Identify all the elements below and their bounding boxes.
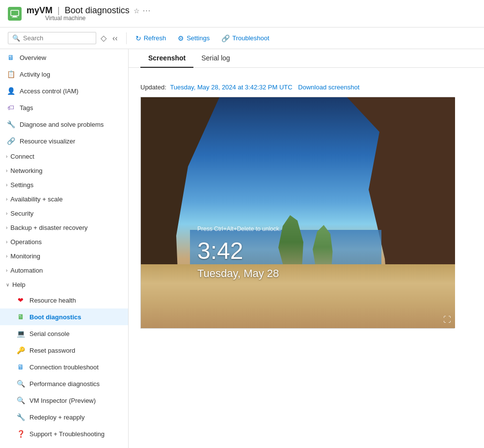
sidebar-item-diagnose[interactable]: 🔧 Diagnose and solve problems	[0, 116, 128, 133]
serial-console-icon: 💻	[16, 329, 26, 338]
lock-screen-date: Tuesday, May 28	[197, 267, 279, 280]
monitoring-chevron: ›	[6, 253, 7, 259]
automation-chevron: ›	[6, 268, 7, 273]
sidebar-item-help[interactable]: ∨ Help	[0, 278, 128, 292]
sidebar-label-operations: Operations	[10, 238, 42, 246]
sidebar-label-resource-viz: Resource visualizer	[20, 138, 75, 145]
troubleshoot-icon: 🔗	[221, 34, 230, 42]
connection-troubleshoot-icon: 🖥	[16, 362, 26, 372]
availability-chevron: ›	[6, 196, 7, 202]
diagnose-icon: 🔧	[6, 119, 16, 129]
sidebar-item-access-control[interactable]: 👤 Access control (IAM)	[0, 83, 128, 99]
download-screenshot-link[interactable]: Download screenshot	[298, 84, 359, 91]
sidebar-item-connection-troubleshoot[interactable]: 🖥 Connection troubleshoot	[0, 359, 128, 375]
sidebar-label-backup: Backup + disaster recovery	[10, 224, 87, 231]
sidebar-item-reset-password[interactable]: 🔑 Reset password	[0, 342, 128, 359]
sidebar-label-help: Help	[12, 281, 26, 288]
sidebar-label-availability: Availability + scale	[10, 196, 62, 203]
sidebar-item-resource-health[interactable]: ❤ Resource health	[0, 292, 128, 308]
sidebar-item-networking[interactable]: › Networking	[0, 164, 128, 178]
boot-screenshot-image: Press Ctrl+Alt+Delete to unlock. 3:42 Tu…	[141, 97, 455, 328]
beach	[141, 264, 455, 328]
sidebar-item-backup[interactable]: › Backup + disaster recovery	[0, 221, 128, 235]
sidebar-item-tags[interactable]: 🏷 Tags	[0, 99, 128, 116]
content-area: Screenshot Serial log Updated: Tuesday, …	[129, 49, 484, 448]
redeploy-icon: 🔧	[16, 412, 26, 422]
sidebar-item-serial-console[interactable]: 💻 Serial console	[0, 325, 128, 342]
diamond-nav[interactable]: ◇	[98, 32, 109, 44]
resource-viz-icon: 🔗	[6, 136, 16, 146]
sidebar-item-activity-log[interactable]: 📋 Activity log	[0, 66, 128, 83]
search-box[interactable]: 🔍	[8, 32, 96, 44]
connect-chevron: ›	[6, 154, 7, 159]
screenshot-info: Updated: Tuesday, May 28, 2024 at 3:42:3…	[140, 84, 472, 91]
tags-icon: 🏷	[6, 103, 16, 112]
networking-chevron: ›	[6, 168, 7, 173]
header-title-group: myVM | Boot diagnostics ☆ ··· Virtual ma…	[27, 5, 151, 22]
sidebar-label-boot-diagnostics: Boot diagnostics	[29, 313, 81, 321]
refresh-icon: ↻	[135, 34, 141, 42]
support-icon: ❓	[16, 429, 26, 439]
sidebar-label-diagnose: Diagnose and solve problems	[20, 121, 104, 128]
header-separator: |	[57, 5, 60, 16]
tab-serial-log[interactable]: Serial log	[193, 49, 238, 68]
operations-chevron: ›	[6, 239, 7, 245]
sidebar-label-automation: Automation	[10, 267, 43, 274]
performance-diagnostics-icon: 🔍	[16, 379, 26, 389]
lock-screen-time: 3:42	[197, 237, 243, 264]
fullscreen-icon: ⛶	[443, 315, 451, 324]
access-control-icon: 👤	[6, 86, 16, 96]
favorite-star[interactable]: ☆	[134, 7, 140, 15]
settings-label: Settings	[187, 34, 210, 42]
header: myVM | Boot diagnostics ☆ ··· Virtual ma…	[0, 0, 484, 28]
sidebar-item-vm-inspector[interactable]: 🔍 VM Inspector (Preview)	[0, 392, 128, 409]
resource-health-icon: ❤	[16, 295, 26, 305]
sidebar-item-automation[interactable]: › Automation	[0, 263, 128, 278]
troubleshoot-label: Troubleshoot	[232, 34, 269, 42]
sidebar-label-overview: Overview	[20, 54, 46, 61]
resource-type: Virtual machine	[45, 15, 151, 22]
sidebar-item-overview[interactable]: 🖥 Overview	[0, 49, 128, 66]
updated-date: Tuesday, May 28, 2024 at 3:42:32 PM UTC	[170, 84, 292, 91]
refresh-button[interactable]: ↻ Refresh	[131, 32, 171, 44]
sidebar-item-resource-viz[interactable]: 🔗 Resource visualizer	[0, 133, 128, 149]
sidebar-label-connection-troubleshoot: Connection troubleshoot	[29, 364, 99, 371]
sidebar-item-settings[interactable]: › Settings	[0, 178, 128, 192]
sidebar-label-security: Security	[10, 210, 33, 217]
back-nav[interactable]: ‹‹	[110, 32, 120, 44]
screenshot-container: Press Ctrl+Alt+Delete to unlock. 3:42 Tu…	[140, 97, 455, 329]
security-chevron: ›	[6, 211, 7, 216]
sidebar-item-monitoring[interactable]: › Monitoring	[0, 249, 128, 263]
sidebar-label-resource-health: Resource health	[29, 297, 76, 304]
updated-prefix: Updated:	[140, 84, 166, 91]
sidebar-item-performance-diagnostics[interactable]: 🔍 Performance diagnostics	[0, 375, 128, 392]
content-body: Updated: Tuesday, May 28, 2024 at 3:42:3…	[129, 68, 484, 336]
sidebar-item-support-troubleshoot[interactable]: ❓ Support + Troubleshooting	[0, 425, 128, 442]
sidebar-item-boot-diagnostics[interactable]: 🖥 Boot diagnostics	[0, 308, 128, 325]
sidebar-label-serial-console: Serial console	[29, 330, 70, 337]
sidebar-item-operations[interactable]: › Operations	[0, 235, 128, 249]
sidebar-label-access-control: Access control (IAM)	[20, 87, 79, 95]
search-icon: 🔍	[12, 34, 20, 42]
sidebar-item-connect[interactable]: › Connect	[0, 149, 128, 164]
troubleshoot-button[interactable]: 🔗 Troubleshoot	[216, 32, 274, 44]
sidebar-item-availability[interactable]: › Availability + scale	[0, 192, 128, 206]
svg-rect-0	[11, 10, 19, 16]
sidebar-item-redeploy[interactable]: 🔧 Redeploy + reapply	[0, 409, 128, 425]
search-input[interactable]	[23, 34, 92, 42]
vm-icon	[8, 7, 22, 21]
sidebar-label-reset-password: Reset password	[29, 347, 75, 354]
sidebar-label-settings: Settings	[10, 181, 33, 189]
sidebar-label-monitoring: Monitoring	[10, 252, 40, 260]
settings-button[interactable]: ⚙ Settings	[173, 32, 215, 44]
toolbar-nav: ◇ ‹‹	[98, 32, 120, 44]
more-options[interactable]: ···	[143, 6, 151, 15]
toolbar: 🔍 ◇ ‹‹ ↻ Refresh ⚙ Settings 🔗 Troublesho…	[0, 28, 484, 49]
page-title: Boot diagnostics	[65, 5, 130, 16]
toolbar-divider	[126, 32, 127, 44]
tab-screenshot[interactable]: Screenshot	[140, 49, 193, 68]
sidebar-item-security[interactable]: › Security	[0, 206, 128, 221]
lock-hint: Press Ctrl+Alt+Delete to unlock.	[197, 225, 281, 232]
boot-diagnostics-icon: 🖥	[16, 312, 26, 322]
activity-log-icon: 📋	[6, 69, 16, 79]
